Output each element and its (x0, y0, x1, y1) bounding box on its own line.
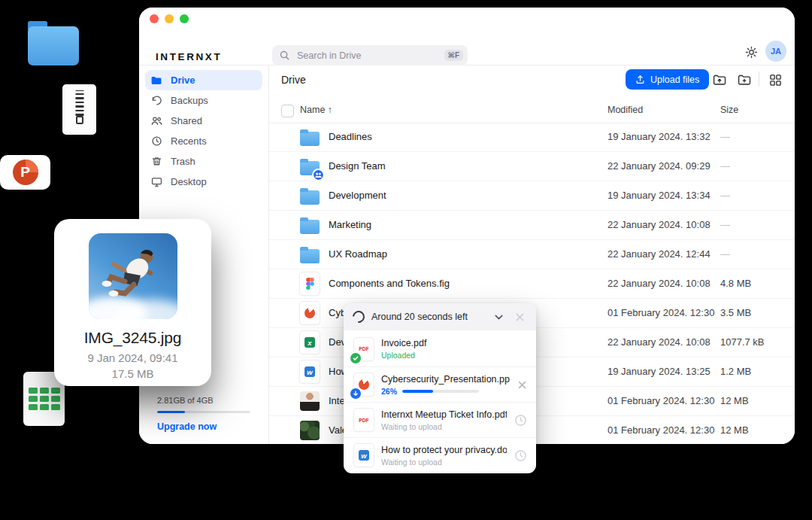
column-header-name[interactable]: Name ↑ (300, 105, 332, 115)
photo-thumbnail (89, 233, 177, 319)
new-folder-icon[interactable] (736, 71, 753, 88)
table-row[interactable]: Development 19 January 2024. 13:34 — (269, 181, 795, 211)
file-size: — (720, 248, 730, 260)
user-avatar[interactable]: JA (765, 41, 786, 62)
search-bar[interactable]: ⌘F (272, 45, 468, 65)
storage-progress-fill (157, 411, 185, 413)
sidebar-item-desktop[interactable]: Desktop (145, 172, 262, 192)
photo-person-thumbnail (300, 391, 320, 411)
upload-item-name: Invoice.pdf (381, 338, 527, 348)
file-modified: 22 January 2024. 10:08 (607, 336, 710, 348)
uploaded-check-icon (350, 353, 361, 363)
toolbar-divider (759, 71, 759, 87)
column-header-size[interactable]: Size (720, 105, 738, 115)
upload-item-status: Waiting to upload (381, 458, 442, 467)
file-size: — (720, 219, 730, 230)
file-modified: 01 February 2024. 12:30 (607, 395, 714, 406)
file-modified: 19 January 2024. 13:25 (607, 366, 710, 377)
upload-item-status: Uploaded (381, 351, 415, 360)
sidebar-item-label: Recents (171, 135, 207, 147)
cancel-upload-icon[interactable] (517, 380, 527, 390)
image-preview-card[interactable]: IMG_3245.jpg 9 Jan 2024, 09:41 17.5 MB (54, 219, 211, 386)
monitor-icon (150, 175, 163, 188)
upload-item-name: Internxt Meetup Ticket Info.pdf (381, 409, 507, 420)
sidebar-item-label: Trash (171, 156, 195, 167)
select-all-checkbox[interactable] (281, 105, 294, 117)
column-header-modified[interactable]: Modified (607, 105, 643, 115)
file-size: 12 MB (720, 395, 749, 406)
file-size: — (720, 190, 730, 201)
word-file-icon: w (354, 444, 374, 467)
upload-item-name: Cybersecurity_Presentation.ppt (381, 374, 510, 385)
folder-icon (300, 249, 320, 263)
file-modified: 19 January 2024. 13:34 (607, 190, 710, 201)
settings-gear-icon[interactable] (743, 44, 759, 60)
sidebar-item-backups[interactable]: Backups (145, 90, 262, 111)
internxt-logo: INTERNXT (156, 51, 222, 62)
desktop-background: P INTERNXT ⌘F JA (0, 0, 812, 520)
collapse-popup-chevron-icon[interactable] (492, 310, 506, 324)
zoom-window-button[interactable] (180, 14, 189, 23)
storage-usage-label: 2.81GB of 4GB (157, 396, 250, 405)
pdf-file-icon: PDF (354, 409, 374, 431)
upload-files-button[interactable]: Upload files (626, 69, 709, 90)
zipper-slider (76, 116, 83, 124)
breadcrumb: Drive (281, 74, 306, 86)
upload-icon (635, 75, 645, 84)
sidebar-item-drive[interactable]: Drive (145, 70, 262, 90)
upload-item-name: How to protect your privacy.doc (381, 445, 507, 455)
upload-status-text: Around 20 seconds left (371, 312, 485, 322)
powerpoint-file-icon[interactable]: P (0, 155, 50, 190)
upload-item: PDF Invoice.pdf Uploaded (344, 331, 536, 366)
image-date: 9 Jan 2024, 09:41 (54, 351, 211, 364)
upload-items-list: PDF Invoice.pdf Uploaded Cybersecurity_P… (344, 330, 536, 473)
sidebar-item-label: Drive (171, 75, 195, 86)
file-size: 1.2 MB (720, 366, 751, 377)
search-shortcut-badge: ⌘F (444, 50, 463, 61)
figma-file-icon (300, 272, 320, 295)
sidebar-item-recents[interactable]: Recents (145, 131, 262, 151)
file-size: — (720, 160, 730, 172)
file-name: Marketing (329, 219, 371, 230)
image-filename: IMG_3245.jpg (54, 329, 211, 347)
folder-icon (150, 75, 163, 87)
desktop-folder-icon[interactable] (28, 21, 79, 66)
file-modified: 22 January 2024. 10:08 (607, 278, 710, 289)
upgrade-now-link[interactable]: Upgrade now (157, 421, 250, 432)
table-row[interactable]: UX Roadmap 22 January 2024. 12:44 — (269, 240, 795, 269)
spreadsheet-grid (29, 388, 60, 410)
file-modified: 22 January 2024. 09:29 (607, 160, 710, 172)
photo-plant-thumbnail (300, 421, 320, 440)
upload-item: PDF Internxt Meetup Ticket Info.pdf Wait… (344, 402, 536, 437)
file-modified: 01 February 2024. 12:30 (607, 424, 714, 436)
search-icon (280, 50, 289, 60)
waiting-clock-icon (514, 414, 527, 427)
history-icon (150, 94, 163, 107)
search-input[interactable] (295, 50, 438, 62)
zip-file-icon[interactable] (62, 84, 96, 135)
upload-folder-icon[interactable] (711, 71, 728, 88)
table-row[interactable]: Marketing 22 January 2024. 10:08 — (269, 211, 795, 240)
spinner-icon (350, 309, 368, 326)
folder-body (28, 26, 79, 65)
sidebar-item-trash[interactable]: Trash (145, 151, 262, 172)
close-window-button[interactable] (150, 14, 159, 23)
grid-view-icon[interactable] (767, 71, 783, 88)
table-header: Name ↑ Modified Size (269, 100, 795, 123)
table-row[interactable]: Deadlines 19 January 2024. 13:32 — (269, 123, 795, 152)
sidebar-item-shared[interactable]: Shared (145, 111, 262, 131)
file-name: Components and Tokens.fig (329, 278, 450, 289)
sidebar-item-label: Shared (171, 115, 202, 126)
close-popup-icon[interactable] (513, 310, 527, 324)
table-row[interactable]: Design Team 22 January 2024. 09:29 — (269, 152, 795, 181)
file-modified: 22 January 2024. 10:08 (607, 219, 710, 230)
table-row[interactable]: Components and Tokens.fig 22 January 202… (269, 269, 795, 299)
folder-icon (300, 190, 320, 205)
image-size: 17.5 MB (54, 367, 211, 380)
file-size: 1077.7 kB (720, 336, 765, 348)
window-controls (150, 14, 189, 23)
file-size: 12 MB (720, 424, 749, 436)
folder-icon (300, 132, 320, 146)
file-size: 3.5 MB (720, 307, 751, 318)
minimize-window-button[interactable] (165, 14, 174, 23)
